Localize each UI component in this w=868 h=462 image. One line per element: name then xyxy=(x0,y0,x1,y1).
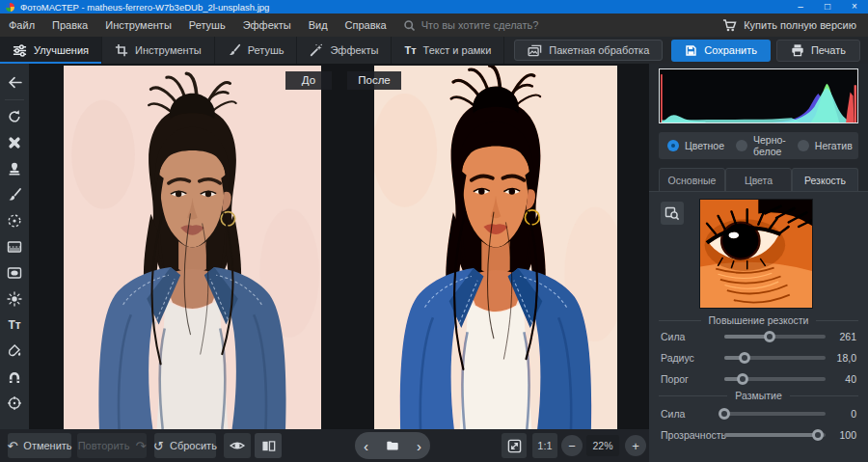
menu-retouch[interactable]: Ретушь xyxy=(180,14,234,37)
tab-text-frames[interactable]: Tт Текст и рамки xyxy=(392,37,504,64)
redo-label: Повторить xyxy=(78,440,130,451)
slider-track[interactable] xyxy=(724,330,826,343)
menu-file[interactable]: Файл xyxy=(0,14,43,37)
slider-handle[interactable] xyxy=(719,408,730,420)
menu-effects[interactable]: Эффекты xyxy=(234,14,300,37)
tab-label: Улучшения xyxy=(34,44,89,56)
text-tool-button[interactable]: Tт xyxy=(3,313,26,337)
save-button[interactable]: Сохранить xyxy=(671,40,771,62)
tab-enhancements[interactable]: Улучшения xyxy=(0,37,102,64)
undo-button[interactable]: ↶ Отменить xyxy=(8,433,71,458)
zoom-actual-size-button[interactable]: 1:1 xyxy=(532,433,557,458)
vignette-tool-button[interactable] xyxy=(3,261,26,285)
tab-label: Ретушь xyxy=(248,44,285,56)
slider-track[interactable] xyxy=(724,372,826,386)
curves-magnet-tool-button[interactable] xyxy=(3,366,26,389)
redo-button[interactable]: Повторить ↷ xyxy=(77,433,147,458)
tabbar-actions: Сохранить Печать xyxy=(671,37,868,64)
fit-to-screen-button[interactable] xyxy=(502,433,527,458)
rotate-tool-button[interactable] xyxy=(3,105,26,128)
save-floppy-icon xyxy=(685,44,697,57)
magic-wand-icon xyxy=(310,43,323,57)
slider-track[interactable] xyxy=(724,351,826,365)
crop-icon xyxy=(115,43,128,57)
minimize-button[interactable]: – xyxy=(787,0,814,14)
sharpness-tab-content: Повышение резкости Сила 261 Радиус 18,0 … xyxy=(649,191,868,462)
slider-handle[interactable] xyxy=(737,373,748,385)
search-input[interactable]: Что вы хотите сделать? xyxy=(403,19,539,32)
sharpness-preview-thumbnail xyxy=(699,199,813,309)
prev-photo-button[interactable]: ‹ xyxy=(364,439,368,453)
color-mode-switcher: Цветное Черно-белое Негатив xyxy=(659,132,858,159)
menu-view[interactable]: Вид xyxy=(300,14,337,37)
sharpen-section-header: Повышение резкости xyxy=(659,313,858,327)
slider-track[interactable] xyxy=(724,407,826,421)
redo-arrow-icon: ↷ xyxy=(135,439,146,453)
sidebar-divider xyxy=(5,99,24,100)
print-label: Печать xyxy=(811,44,846,56)
before-badge: До xyxy=(285,71,332,90)
slider-sharpen-threshold: Порог 40 xyxy=(661,371,856,387)
slider-handle[interactable] xyxy=(812,429,824,441)
maximize-button[interactable]: □ xyxy=(814,0,841,14)
reset-button[interactable]: ↺ Сбросить xyxy=(154,433,216,458)
buy-full-version-button[interactable]: Купить полную версию xyxy=(722,18,868,33)
clone-stamp-tool-button[interactable] xyxy=(3,157,26,180)
cart-icon xyxy=(722,18,737,33)
tool-sidebar: Tт xyxy=(0,64,29,429)
radio-negative[interactable] xyxy=(798,140,809,151)
fill-tool-button[interactable] xyxy=(3,340,26,363)
folder-icon[interactable] xyxy=(385,439,400,452)
radio-negative-label[interactable]: Негатив xyxy=(815,140,853,151)
graduated-filter-tool-button[interactable] xyxy=(3,235,26,258)
sharpen-section-title: Повышение резкости xyxy=(709,314,809,326)
radio-black-white[interactable] xyxy=(736,140,747,151)
radio-color[interactable] xyxy=(667,140,679,151)
tab-tools[interactable]: Инструменты xyxy=(102,37,215,64)
next-photo-button[interactable]: › xyxy=(417,439,421,453)
panel-tab-basic[interactable]: Основные xyxy=(659,168,725,192)
zoom-in-button[interactable]: + xyxy=(625,435,646,456)
tab-retouch[interactable]: Ретушь xyxy=(215,37,298,64)
menu-help[interactable]: Справка xyxy=(337,14,395,37)
undo-label: Отменить xyxy=(23,440,71,451)
tab-batch-processing[interactable]: Пакетная обработка xyxy=(514,40,663,61)
blur-section-header: Размытие xyxy=(659,389,858,402)
radio-color-label[interactable]: Цветное xyxy=(685,140,724,151)
slider-label: Прозрачность xyxy=(661,429,724,441)
close-button[interactable]: × xyxy=(841,0,868,14)
brush-icon xyxy=(228,43,241,57)
image-canvas: До После xyxy=(29,64,649,429)
preview-zoom-button[interactable] xyxy=(661,202,684,225)
zoom-out-button[interactable]: − xyxy=(561,435,583,456)
menu-bar: Файл Правка Инструменты Ретушь Эффекты В… xyxy=(0,14,868,37)
target-correction-tool-button[interactable] xyxy=(3,392,26,415)
slider-handle[interactable] xyxy=(739,352,750,364)
tab-effects[interactable]: Эффекты xyxy=(297,37,392,64)
lighting-tool-button[interactable] xyxy=(3,287,26,311)
radial-filter-tool-button[interactable] xyxy=(3,209,26,232)
slider-label: Радиус xyxy=(661,352,724,364)
back-button[interactable] xyxy=(3,70,26,94)
quick-compare-button[interactable] xyxy=(224,433,251,458)
slider-value: 0 xyxy=(826,408,856,420)
search-placeholder: Что вы хотите сделать? xyxy=(421,19,539,31)
slider-handle[interactable] xyxy=(764,331,775,342)
menu-edit[interactable]: Правка xyxy=(43,14,96,37)
tab-label: Текст и рамки xyxy=(423,44,492,56)
brush-tool-button[interactable] xyxy=(3,183,26,206)
slider-label: Порог xyxy=(661,373,724,385)
histogram xyxy=(659,68,858,123)
tab-label: Инструменты xyxy=(135,44,202,56)
panel-tab-sharpness[interactable]: Резкость xyxy=(792,168,858,192)
title-bar: ФотоМАСТЕР - matheus-ferrero-W7b3eDUb_2l… xyxy=(0,0,868,14)
before-image xyxy=(64,66,321,429)
radio-black-white-label[interactable]: Черно-белое xyxy=(753,134,786,157)
split-view-button[interactable] xyxy=(255,433,282,458)
eye-icon xyxy=(230,438,245,453)
print-button[interactable]: Печать xyxy=(776,40,860,62)
healing-patch-tool-button[interactable] xyxy=(3,131,26,154)
slider-track[interactable] xyxy=(724,428,826,442)
menu-tools[interactable]: Инструменты xyxy=(96,14,180,37)
panel-tab-colors[interactable]: Цвета xyxy=(725,168,792,192)
